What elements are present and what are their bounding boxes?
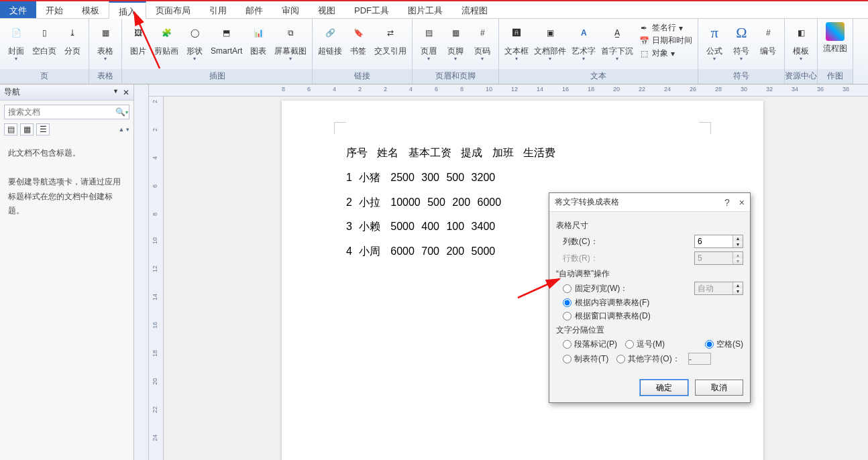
nav-collapse-icon[interactable]: ▲ ▾ — [119, 126, 129, 133]
spin-up-icon[interactable]: ▲ — [733, 235, 743, 241]
nav-view-results[interactable]: ☰ — [36, 123, 50, 135]
object-button[interactable]: ⬚对象 ▾ — [639, 48, 692, 59]
blank-page-button[interactable]: ▯空白页 — [30, 21, 59, 69]
dropcap-button[interactable]: A̲首字下沉▾ — [598, 21, 636, 69]
radio-sep-paragraph[interactable] — [563, 340, 572, 349]
tab-home[interactable]: 开始 — [36, 1, 72, 18]
radio-sep-space[interactable] — [705, 340, 714, 349]
rows-label: 行数(R)： — [563, 253, 614, 264]
page-number-button[interactable]: #页码▾ — [469, 21, 496, 69]
group-label-links: 链接 — [313, 69, 412, 84]
tab-view[interactable]: 视图 — [309, 1, 345, 18]
radio-fit-window[interactable] — [563, 312, 572, 321]
nav-msg-create-headings: 要创建导航选项卡，请通过应用标题样式在您的文档中创建标题。 — [8, 175, 125, 219]
tab-insert[interactable]: 插入 — [109, 1, 146, 19]
hyperlink-button[interactable]: 🔗超链接 — [315, 21, 345, 69]
header-button[interactable]: ▤页眉▾ — [415, 21, 442, 69]
nav-pane-body: 此文档不包含标题。 要创建导航选项卡，请通过应用标题样式在您的文档中创建标题。 — [0, 139, 133, 225]
nav-dropdown-icon[interactable]: ▼ — [113, 88, 119, 97]
sep-paragraph-label: 段落标记(P) — [574, 339, 617, 350]
symbol-button[interactable]: Ω符号▾ — [728, 21, 755, 69]
spin-down-icon[interactable]: ▼ — [733, 241, 743, 247]
tab-review[interactable]: 审阅 — [272, 1, 309, 18]
dialog-help-icon[interactable]: ? — [724, 197, 730, 208]
vertical-ruler[interactable]: 224681012141618202224 — [149, 97, 164, 460]
chart-button[interactable]: 📊图表 — [245, 21, 272, 69]
group-label-drawing: 作图 — [818, 69, 853, 84]
textbox-icon: 🅰 — [506, 22, 527, 44]
radio-fixed-width[interactable] — [563, 284, 572, 293]
tab-page-layout[interactable]: 页面布局 — [146, 1, 200, 18]
group-label-symbols: 符号 — [698, 69, 784, 84]
radio-fit-content[interactable] — [563, 298, 572, 307]
wordart-button[interactable]: A艺术字▾ — [569, 21, 598, 69]
tab-templates[interactable]: 模板 — [72, 1, 109, 18]
group-label-headerfooter: 页眉和页脚 — [413, 69, 498, 84]
tab-mailings[interactable]: 邮件 — [236, 1, 272, 18]
crossref-button[interactable]: ⇄交叉引用 — [372, 21, 409, 69]
columns-input[interactable] — [695, 237, 733, 246]
table-row: 1 小猪 2500 300 500 3200 — [346, 166, 562, 190]
table-icon: ▦ — [95, 22, 116, 44]
tab-flowchart[interactable]: 流程图 — [452, 1, 497, 18]
search-icon[interactable]: 🔍▾ — [114, 105, 129, 119]
tab-picture-tools[interactable]: 图片工具 — [398, 1, 452, 18]
nav-search-box: 🔍▾ — [4, 105, 129, 119]
nav-view-headings[interactable]: ▤ — [4, 123, 17, 135]
bookmark-button[interactable]: 🔖书签 — [345, 21, 372, 69]
table-row: 3 小赖 5000 400 100 3400 — [346, 215, 562, 239]
dialog-titlebar[interactable]: 将文字转换成表格 ? × — [549, 193, 750, 212]
table-button[interactable]: ▦表格▾ — [92, 21, 119, 69]
templates-icon: ◧ — [790, 22, 812, 44]
columns-label: 列数(C)： — [563, 236, 614, 247]
radio-sep-other[interactable] — [616, 355, 625, 363]
fixed-width-input — [695, 284, 733, 293]
columns-spinner[interactable]: ▲▼ — [694, 235, 743, 248]
rows-input — [695, 253, 733, 263]
signature-line-button[interactable]: ✒签名行 ▾ — [639, 22, 692, 34]
clipart-button[interactable]: 🧩剪贴画 — [152, 21, 181, 69]
sep-space-label: 空格(S) — [716, 339, 743, 350]
convert-text-to-table-dialog: 将文字转换成表格 ? × 表格尺寸 列数(C)： ▲▼ 行数(R)： ▲▼ “自… — [549, 192, 751, 403]
flowchart-button[interactable]: 流程图 — [820, 21, 850, 69]
tab-pdf-tools[interactable]: PDF工具 — [345, 1, 398, 18]
tab-references[interactable]: 引用 — [200, 1, 236, 18]
radio-sep-tab[interactable] — [563, 355, 572, 363]
ribbon-group-drawing: 流程图 作图 — [818, 19, 853, 84]
tab-file[interactable]: 文件 — [0, 1, 36, 18]
numbering-button[interactable]: #编号 — [755, 21, 781, 69]
datetime-button[interactable]: 📅日期和时间 — [639, 35, 692, 46]
table-header-row: 序号 姓名 基本工资 提成 加班 生活费 — [346, 141, 562, 166]
section-table-size: 表格尺寸 — [556, 220, 743, 231]
section-autofit: “自动调整”操作 — [556, 268, 743, 280]
header-icon: ▤ — [418, 22, 439, 44]
doc-parts-button[interactable]: ▣文档部件▾ — [531, 21, 569, 69]
group-label-illustrations: 插图 — [122, 69, 312, 84]
picture-icon: 🖼 — [127, 22, 149, 44]
dialog-close-icon[interactable]: × — [739, 197, 745, 208]
ok-button[interactable]: 确定 — [640, 380, 688, 396]
screenshot-button[interactable]: ⧉屏幕截图▾ — [272, 21, 309, 69]
horizontal-ruler[interactable]: 8642246810121416182022242628303234363840… — [149, 84, 868, 97]
sep-other-input — [688, 353, 711, 365]
picture-button[interactable]: 🖼图片 — [125, 21, 152, 69]
nav-view-pages[interactable]: ▦ — [20, 123, 34, 135]
equation-button[interactable]: π公式▾ — [701, 21, 728, 69]
templates-button[interactable]: ◧模板▾ — [788, 21, 814, 69]
dialog-title: 将文字转换成表格 — [555, 196, 619, 208]
cover-page-button[interactable]: 📄封面▾ — [3, 21, 30, 69]
page-break-button[interactable]: ⤓分页 — [59, 21, 86, 69]
fit-window-label: 根据窗口调整表格(D) — [575, 310, 651, 322]
table-row: 2 小拉 10000 500 200 6000 — [346, 190, 562, 215]
nav-close-icon[interactable]: ✕ — [123, 88, 129, 97]
bookmark-icon: 🔖 — [347, 22, 369, 44]
screenshot-icon: ⧉ — [280, 22, 301, 44]
shapes-button[interactable]: ◯形状▾ — [181, 21, 208, 69]
search-input[interactable] — [5, 105, 114, 119]
smartart-button[interactable]: ⬒SmartArt — [208, 21, 245, 69]
ribbon-group-symbols: π公式▾ Ω符号▾ #编号 符号 — [698, 19, 785, 84]
cancel-button[interactable]: 取消 — [695, 380, 743, 396]
footer-button[interactable]: ▦页脚▾ — [442, 21, 469, 69]
radio-sep-comma[interactable] — [625, 340, 634, 349]
textbox-button[interactable]: 🅰文本框▾ — [502, 21, 531, 69]
